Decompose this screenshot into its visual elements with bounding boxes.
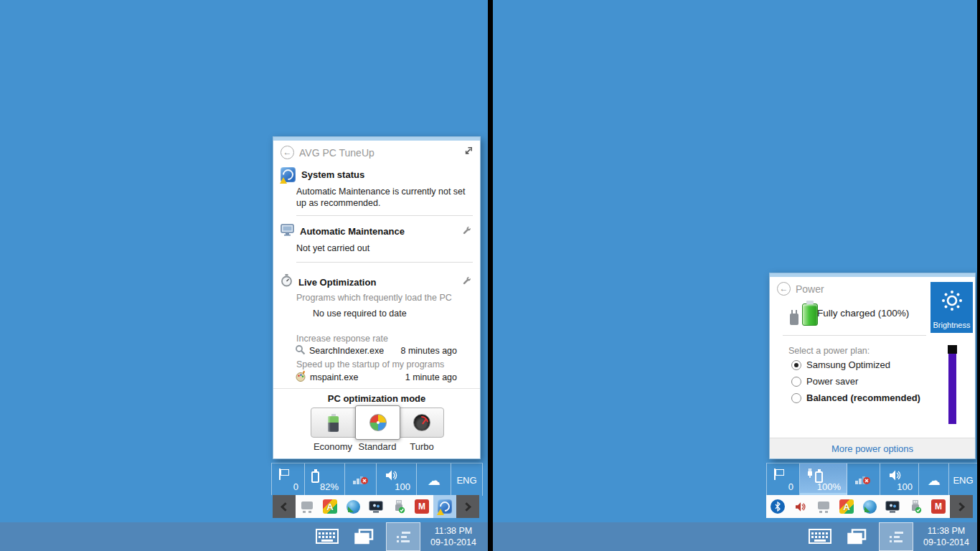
plan-label: Balanced (recommended) [806,392,920,403]
clock-time: 11:38 PM [918,525,975,537]
power-footer: More power options [770,438,975,458]
radio-icon[interactable] [791,377,801,387]
list-glyph-icon [890,532,903,542]
battery-icon [311,471,319,483]
section-title: Automatic Maintenance [300,226,405,237]
display-tray-icon[interactable] [812,495,835,518]
language-cell[interactable]: ENG [451,463,483,496]
network-cell[interactable] [847,463,880,496]
divider [273,388,480,389]
auto-maintenance-header: Automatic Maintenance [281,224,405,239]
section-title: Live Optimization [298,277,376,288]
mode-label-turbo: Turbo [400,441,444,452]
window-top-strip [770,273,975,277]
onedrive-cell[interactable]: ☁ [919,463,949,496]
searchindexer-icon [295,344,306,357]
touch-keyboard-button[interactable] [809,529,831,547]
back-button[interactable]: ← [281,146,294,159]
network-disconnected-icon [353,472,369,488]
brightness-tile[interactable]: Brightness [930,282,973,333]
desktop-right: ← Power Brightness Fully charged (100%) … [493,0,977,551]
volume-level: 100 [395,481,410,492]
battery-cell-active[interactable]: 100% [800,463,847,496]
chevron-right-button[interactable] [456,495,479,518]
clock[interactable]: 11:38 PM 09-10-2014 [425,525,482,548]
flag-icon [773,468,783,480]
display-tray-icon[interactable] [296,495,319,518]
download-manager-tray-icon[interactable] [341,495,364,518]
brightness-slider-handle[interactable] [948,345,957,354]
avg-tuneup-tray-icon[interactable] [433,495,456,518]
divider [296,262,473,263]
avg-tuneup-window: ← AVG PC TuneUp System status Automatic … [273,136,481,459]
tray-expand-button[interactable] [879,522,913,551]
more-power-options-link[interactable]: More power options [831,443,913,454]
volume-cell[interactable]: 100 [880,463,919,496]
plan-label: Power saver [806,376,858,387]
a-app-tray-icon[interactable]: A [319,495,341,518]
economy-battery-icon [328,414,339,432]
m-app-tray-icon[interactable]: M [927,495,950,518]
mode-labels: Economy Standard Turbo [311,441,444,452]
onedrive-cell[interactable]: ☁ [417,463,451,496]
task-switcher-button[interactable] [847,529,867,548]
radio-samsung-optimized[interactable]: Samsung Optimized [791,359,890,370]
language-cell[interactable]: ENG [949,463,977,496]
m-app-tray-icon[interactable]: M [410,495,433,518]
tray-overflow-row: A M [766,495,973,518]
mode-turbo-button[interactable] [400,408,443,437]
volume-cell[interactable]: 100 [377,463,417,496]
group-label: Speed up the startup of my programs [296,359,470,370]
divider [783,335,926,336]
bluetooth-tray-icon[interactable] [766,495,789,518]
pc-sharing-tray-icon[interactable] [881,495,904,518]
optimization-mode-control [311,408,444,438]
radio-power-saver[interactable]: Power saver [791,376,858,387]
usb-eject-tray-icon[interactable] [904,495,927,518]
clock-date: 09-10-2014 [425,537,482,548]
list-glyph-icon [397,532,410,542]
live-optimization-header: Live Optimization [281,274,376,290]
power-plan-label: Select a power plan: [788,346,870,356]
back-arrow-icon: ← [283,147,292,157]
a-app-tray-icon[interactable]: A [835,495,858,518]
clock[interactable]: 11:38 PM 09-10-2014 [918,525,975,548]
wrench-icon[interactable] [462,225,471,238]
process-name: SearchIndexer.exe [309,346,384,356]
notification-flag-cell[interactable]: 0 [767,463,800,496]
chevron-left-button[interactable] [273,495,296,518]
wrench-icon[interactable] [462,276,471,288]
touch-keyboard-button[interactable] [316,529,339,547]
monitor-icon [281,224,294,239]
system-status-body: Automatic Maintenance is currently not s… [296,186,470,209]
battery-cell[interactable]: 82% [305,463,345,496]
notification-flag-cell[interactable]: 0 [272,463,305,496]
tuneup-header: ← AVG PC TuneUp [281,146,473,159]
brightness-slider-track[interactable] [948,354,956,424]
tray-expand-button[interactable] [386,522,420,551]
plug-icon [806,468,814,481]
battery-status-text: Fully charged (100%) [817,308,909,319]
pc-sharing-tray-icon[interactable] [364,495,387,518]
clock-time: 11:38 PM [425,525,482,537]
chevron-right-button[interactable] [950,495,973,518]
radio-balanced[interactable]: Balanced (recommended) [791,392,920,403]
group-label: Increase response rate [296,333,470,344]
back-button[interactable]: ← [777,282,791,296]
radio-icon[interactable] [791,393,801,403]
window-title: Power [796,283,824,295]
mode-economy-button[interactable] [311,408,356,437]
battery-percent: 82% [320,481,339,492]
live-optimization-subtitle: Programs which frequently load the PC [296,292,470,303]
usb-eject-tray-icon[interactable] [387,495,410,518]
volume-mixer-tray-icon[interactable] [789,495,812,518]
system-status-header: System status [281,167,364,182]
language-label: ENG [953,474,973,485]
restore-icon[interactable] [462,146,473,159]
network-cell[interactable] [345,463,377,496]
radio-selected-icon[interactable] [791,360,801,370]
download-manager-tray-icon[interactable] [858,495,881,518]
mode-standard-button[interactable] [355,405,400,440]
task-switcher-button[interactable] [354,529,374,548]
power-window: ← Power Brightness Fully charged (100%) … [769,273,976,459]
